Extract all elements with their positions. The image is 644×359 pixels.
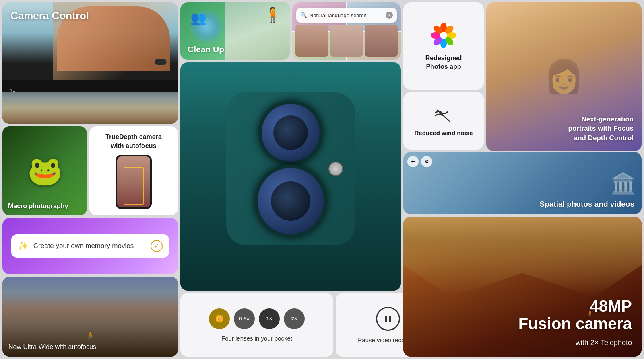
landscape-bg	[2, 92, 178, 124]
photos-icon	[429, 21, 458, 49]
pause-button[interactable]	[376, 307, 400, 331]
four-lenses-card: 🌼 0.5× 1× 2× Four lenses in your pocket	[180, 293, 333, 357]
search-clear-icon[interactable]: ✕	[386, 12, 393, 19]
memory-movies-card: ✨ Create your own memory movies ✓	[2, 218, 178, 274]
lens-2x-btn[interactable]: 2×	[284, 308, 305, 329]
svg-point-9	[440, 32, 447, 39]
lens-flower-btn[interactable]: 🌼	[209, 308, 230, 329]
redesigned-photos-card: Redesigned Photos app	[403, 2, 484, 90]
search-bar[interactable]: 🔍 Natural language search ✕	[296, 8, 397, 23]
pause-icon	[383, 314, 393, 324]
clean-up-label: Clean Up	[188, 45, 224, 54]
spatial-card: 🏛️ ⬅ ⚙ Spatial photos and videos	[403, 152, 642, 214]
svg-rect-11	[385, 316, 387, 322]
fusion-camera-subtitle: with 2× Telephoto	[576, 338, 632, 347]
truedepth-card: TrueDepth camera with autofocus	[89, 126, 178, 215]
lens-buttons-row: 🌼 0.5× 1× 2×	[209, 308, 305, 329]
search-value: Natural language search	[310, 12, 383, 18]
macro-label: Macro photography	[8, 203, 68, 210]
clean-up-card: 👥 🧍 Clean Up	[180, 2, 290, 60]
main-camera-card	[180, 62, 401, 291]
reduced-wind-title: Reduced wind noise	[410, 129, 477, 136]
search-card: 🔍 Natural language search ✕	[292, 2, 401, 60]
four-lenses-label: Four lenses in your pocket	[221, 335, 292, 342]
wind-icon	[433, 105, 454, 125]
truedepth-title: TrueDepth camera with autofocus	[105, 133, 162, 151]
spatial-label: Spatial photos and videos	[540, 200, 634, 209]
fusion-camera-title: 48MP Fusion camera	[518, 297, 632, 332]
camera-button-visual	[155, 59, 167, 65]
camera-control-title: Camera Control	[10, 10, 89, 22]
camera-control-card: Camera Control · · · | · · · · · · · · ·…	[2, 2, 178, 124]
fusion-camera-card: 🧍 48MP Fusion camera with 2× Telephoto	[403, 217, 642, 357]
next-gen-portraits-label: Next-generation portraits with Focus and…	[568, 115, 634, 143]
portrait-woman-card: 👩 Next-generation portraits with Focus a…	[486, 2, 642, 151]
memory-sparkle-icon: ✨	[18, 241, 29, 251]
reduced-wind-noise-card: Reduced wind noise	[403, 92, 484, 150]
lens-05x-btn[interactable]: 0.5×	[234, 308, 255, 329]
ultrawide-card: 🧍 New Ultra Wide with autofocus	[2, 277, 178, 357]
memory-text: Create your own memory movies	[33, 242, 146, 250]
memory-checkmark: ✓	[151, 240, 163, 252]
search-icon: 🔍	[300, 12, 307, 18]
ultrawide-label: New Ultra Wide with autofocus	[8, 343, 96, 351]
lens-1x-btn[interactable]: 1×	[259, 308, 280, 329]
slider-bar: · · · | · · · · · · · · · · · · · · · · …	[2, 80, 178, 92]
zoom-text: 1×	[10, 88, 16, 94]
macro-card: 🐸 Macro photography	[2, 126, 87, 215]
redesigned-photos-title: Redesigned Photos app	[425, 54, 462, 71]
svg-rect-12	[389, 316, 391, 322]
